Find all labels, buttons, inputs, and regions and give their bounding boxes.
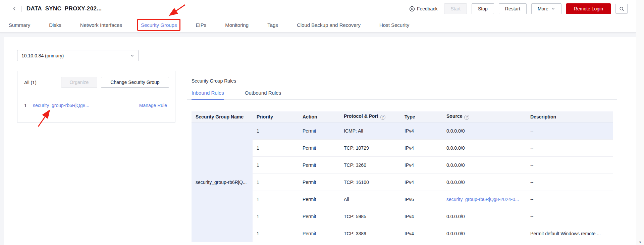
restart-button[interactable]: Restart: [499, 3, 527, 14]
cell-priority: 1: [253, 191, 299, 208]
search-icon: [619, 6, 624, 11]
cell-source: 0.0.0.0/0: [442, 208, 526, 225]
cell-source: security_group-rb6RjQg8-2024-0...: [442, 191, 526, 208]
tab-inbound-rules[interactable]: Inbound Rules: [192, 90, 224, 100]
tab-summary[interactable]: Summary: [9, 22, 30, 28]
vertical-scrollbar[interactable]: ▼: [636, 0, 644, 245]
cell-protocol-port: All: [340, 191, 400, 208]
cell-protocol-port: TCP: 10729: [340, 139, 400, 156]
cell-description: --: [526, 174, 613, 191]
security-group-list-item: 1 security_group-rb6RjQg8... Manage Rule: [24, 102, 167, 109]
cell-type: IPv6: [400, 191, 442, 208]
rules-card: Security Group Rules Inbound Rules Outbo…: [187, 70, 617, 245]
cell-priority: 1: [253, 174, 299, 191]
cell-source: 0.0.0.0/0: [442, 156, 526, 174]
cell-source: 0.0.0.0/0: [442, 225, 526, 242]
chevron-down-icon: [551, 7, 555, 11]
search-button[interactable]: [615, 4, 628, 14]
security-groups-card: All (1) Organize Change Security Group 1…: [17, 71, 175, 122]
scroll-down-arrow[interactable]: ▼: [636, 241, 644, 244]
cell-protocol-port: TCP: 3260: [340, 156, 400, 174]
nic-select-value: 10.10.0.84 (primary): [21, 53, 64, 58]
more-button[interactable]: More: [531, 3, 561, 14]
rule-row: security_group-rb6RjQ...1PermitICMP: All…: [192, 122, 613, 139]
all-count-label: All (1): [24, 80, 37, 85]
ecs-detail-page: DATA_SYNC_PROXY-202... Feedback Start St…: [0, 0, 644, 245]
cell-type: IPv4: [400, 208, 442, 225]
column-type: Type: [400, 111, 442, 122]
tab-outbound-rules[interactable]: Outbound Rules: [245, 90, 281, 100]
organize-button[interactable]: Organize: [61, 77, 97, 88]
page-header: DATA_SYNC_PROXY-202... Feedback Start St…: [0, 0, 636, 17]
page-title: DATA_SYNC_PROXY-202...: [26, 5, 102, 12]
cell-source: 0.0.0.0/0: [442, 122, 526, 139]
cell-description: --: [526, 208, 613, 225]
cell-action: Permit: [299, 191, 340, 208]
cell-type: IPv4: [400, 225, 442, 242]
cell-protocol-port: ICMP: All: [340, 122, 400, 139]
manage-rule-link[interactable]: Manage Rule: [139, 102, 167, 109]
security-group-link[interactable]: security_group-rb6RjQg8...: [33, 102, 89, 109]
more-label: More: [538, 6, 548, 11]
cell-source: 0.0.0.0/0: [442, 139, 526, 156]
start-button[interactable]: Start: [444, 3, 467, 14]
main-panel: 10.10.0.84 (primary) All (1) Organize Ch…: [4, 37, 636, 245]
cell-protocol-port: TCP: 3389: [340, 225, 400, 242]
cell-description: --: [526, 156, 613, 174]
feedback-link[interactable]: Feedback: [409, 6, 437, 12]
column-protocol-port: Protocol & Port?: [340, 111, 400, 122]
column-action: Action: [299, 111, 340, 122]
cell-protocol-port: TCP: 16100: [340, 174, 400, 191]
cell-type: IPv4: [400, 174, 442, 191]
column-description: Description: [526, 111, 613, 122]
chevron-left-icon: [12, 6, 17, 11]
rules-header-row: Security Group NamePriorityActionProtoco…: [192, 111, 613, 122]
nic-select[interactable]: 10.10.0.84 (primary): [17, 50, 139, 61]
help-icon[interactable]: ?: [464, 115, 469, 120]
remote-login-button[interactable]: Remote Login: [566, 3, 611, 14]
cell-action: Permit: [299, 156, 340, 174]
stop-button[interactable]: Stop: [472, 3, 494, 14]
source-security-group-link[interactable]: security_group-rb6RjQg8-2024-0...: [446, 197, 519, 202]
back-button[interactable]: [12, 6, 17, 11]
rules-body: security_group-rb6RjQ...1PermitICMP: All…: [192, 122, 613, 242]
help-icon[interactable]: ?: [380, 115, 385, 120]
header-actions: Feedback Start Stop Restart More Remote …: [409, 3, 628, 14]
title-divider: [21, 6, 22, 12]
sg-index: 1: [24, 102, 33, 109]
tab-tags[interactable]: Tags: [267, 22, 278, 28]
tab-host-security[interactable]: Host Security: [379, 22, 409, 28]
rules-title: Security Group Rules: [192, 78, 236, 84]
cell-action: Permit: [299, 122, 340, 139]
cell-protocol-port: TCP: 5985: [340, 208, 400, 225]
rule-row: 1PermitTCP: 5985IPv40.0.0.0/0--: [192, 208, 613, 225]
feedback-smiley-icon: [409, 6, 415, 12]
change-security-group-button[interactable]: Change Security Group: [101, 77, 169, 88]
rules-table: Security Group NamePriorityActionProtoco…: [192, 111, 613, 242]
tab-disks[interactable]: Disks: [49, 22, 61, 28]
tab-cloud-backup-and-recovery[interactable]: Cloud Backup and Recovery: [297, 22, 361, 28]
cell-description: --: [526, 139, 613, 156]
column-source: Source?: [442, 111, 526, 122]
cell-priority: 1: [253, 208, 299, 225]
tab-bar: SummaryDisksNetwork InterfacesSecurity G…: [0, 17, 636, 33]
cell-description: --: [526, 191, 613, 208]
rule-row: 1PermitTCP: 16100IPv40.0.0.0/0--: [192, 174, 613, 191]
cell-type: IPv4: [400, 156, 442, 174]
cell-priority: 1: [253, 225, 299, 242]
cell-security-group-name: security_group-rb6RjQ...: [192, 122, 253, 242]
tab-security-groups[interactable]: Security Groups: [141, 22, 177, 28]
cell-type: IPv4: [400, 139, 442, 156]
tab-eips[interactable]: EIPs: [196, 22, 206, 28]
tab-monitoring[interactable]: Monitoring: [225, 22, 249, 28]
column-security-group-name: Security Group Name: [192, 111, 253, 122]
rule-row: 1PermitAllIPv6security_group-rb6RjQg8-20…: [192, 191, 613, 208]
cell-action: Permit: [299, 174, 340, 191]
tab-network-interfaces[interactable]: Network Interfaces: [80, 22, 122, 28]
cell-action: Permit: [299, 139, 340, 156]
rule-row: 1PermitTCP: 3260IPv40.0.0.0/0--: [192, 156, 613, 174]
rule-row: 1PermitTCP: 10729IPv40.0.0.0/0--: [192, 139, 613, 156]
rule-row: 1PermitTCP: 3389IPv40.0.0.0/0Permit defa…: [192, 225, 613, 242]
cell-type: IPv4: [400, 122, 442, 139]
rules-tabs: Inbound Rules Outbound Rules: [192, 90, 281, 100]
